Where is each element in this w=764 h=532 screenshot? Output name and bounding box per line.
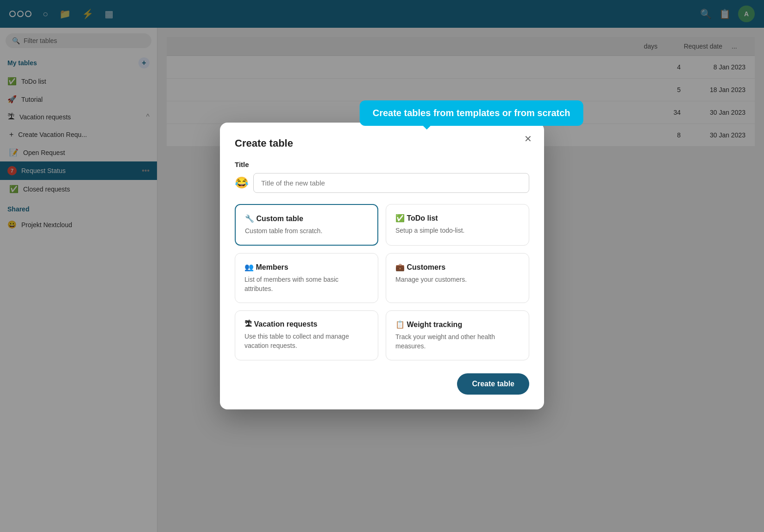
template-card-custom[interactable]: 🔧 Custom table Custom table from scratch…	[235, 204, 378, 246]
template-weight-title: 📋 Weight tracking	[395, 320, 520, 329]
template-vacation-desc: Use this table to collect and manage vac…	[244, 332, 369, 350]
dialog-title: Create table	[235, 137, 529, 149]
template-weight-desc: Track your weight and other health measu…	[395, 333, 520, 351]
modal-overlay: Create tables from templates or from scr…	[0, 0, 764, 532]
close-button[interactable]: ✕	[521, 132, 535, 146]
template-members-title: 👥 Members	[244, 263, 369, 272]
create-table-dialog: Create tables from templates or from scr…	[220, 123, 544, 410]
tooltip-bubble: Create tables from templates or from scr…	[360, 100, 583, 126]
template-grid: 🔧 Custom table Custom table from scratch…	[235, 204, 529, 361]
template-card-todo[interactable]: ✅ ToDo list Setup a simple todo-list.	[386, 204, 529, 246]
create-table-button[interactable]: Create table	[457, 373, 529, 395]
dialog-footer: Create table	[235, 373, 529, 395]
title-field-label: Title	[235, 161, 529, 168]
title-input-row: 😂	[235, 173, 529, 193]
template-card-members[interactable]: 👥 Members List of members with some basi…	[235, 253, 378, 303]
template-members-desc: List of members with some basic attribut…	[244, 275, 369, 293]
template-todo-title: ✅ ToDo list	[395, 214, 520, 223]
template-custom-desc: Custom table from scratch.	[245, 227, 368, 236]
template-card-customers[interactable]: 💼 Customers Manage your customers.	[386, 253, 529, 303]
emoji-picker[interactable]: 😂	[235, 176, 249, 189]
template-vacation-title: 🏝 Vacation requests	[244, 320, 369, 328]
template-card-weight[interactable]: 📋 Weight tracking Track your weight and …	[386, 310, 529, 360]
template-custom-title: 🔧 Custom table	[245, 214, 368, 223]
template-customers-title: 💼 Customers	[395, 263, 520, 272]
template-todo-desc: Setup a simple todo-list.	[395, 226, 520, 235]
table-title-input[interactable]	[253, 173, 529, 193]
template-card-vacation[interactable]: 🏝 Vacation requests Use this table to co…	[235, 310, 378, 360]
template-customers-desc: Manage your customers.	[395, 275, 520, 285]
